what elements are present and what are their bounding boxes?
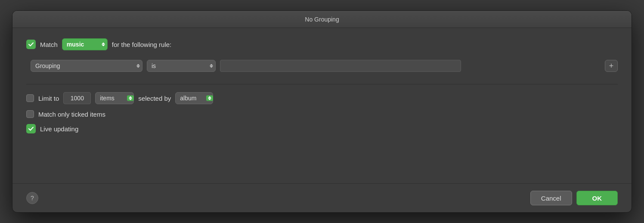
row-limit: Limit to items minutes MB GB selected by: [26, 92, 618, 104]
row-match: Match music movies podcasts for the foll…: [26, 38, 618, 50]
items-dropdown[interactable]: items minutes MB GB: [95, 92, 134, 104]
title-bar: No Grouping: [12, 11, 632, 28]
rule-field-wrapper: Grouping Album Artist Title Genre: [31, 60, 142, 72]
limit-checkbox[interactable]: [26, 94, 34, 102]
match-checkbox[interactable]: [26, 40, 36, 49]
live-updating-label: Live updating: [40, 125, 78, 133]
rule-op-wrapper: is is not contains does not contain: [147, 60, 216, 72]
dialog-title: No Grouping: [305, 16, 339, 23]
add-rule-button[interactable]: +: [605, 60, 618, 72]
row-live: Live updating: [26, 124, 618, 133]
match-ticked-label: Match only ticked items: [38, 111, 105, 118]
following-rule-label: for the following rule:: [112, 41, 171, 48]
row-rule: Grouping Album Artist Title Genre is is …: [26, 60, 618, 72]
ticked-checkbox[interactable]: [26, 110, 34, 118]
rule-operator-dropdown[interactable]: is is not contains does not contain: [147, 60, 216, 72]
cancel-button[interactable]: Cancel: [530, 191, 572, 205]
sort-dropdown[interactable]: album random artist title genre: [175, 92, 213, 104]
ok-button[interactable]: OK: [576, 191, 618, 205]
sort-select-wrapper: album random artist title genre: [175, 92, 213, 104]
rule-field-dropdown[interactable]: Grouping Album Artist Title Genre: [31, 60, 142, 72]
music-dropdown[interactable]: music movies podcasts: [62, 38, 108, 50]
rule-value-input[interactable]: [220, 60, 461, 72]
dialog: No Grouping Match music movies podcasts: [12, 10, 632, 213]
separator: [26, 84, 618, 84]
help-button[interactable]: ?: [26, 192, 38, 204]
dialog-body: Match music movies podcasts for the foll…: [12, 28, 632, 183]
live-updating-checkbox[interactable]: [26, 124, 36, 133]
limit-value-input[interactable]: [63, 92, 91, 104]
limit-to-label: Limit to: [38, 95, 59, 102]
row-ticked: Match only ticked items: [26, 110, 618, 118]
music-select-wrapper: music movies podcasts: [62, 38, 108, 50]
items-select-wrapper: items minutes MB GB: [95, 92, 134, 104]
dialog-footer: ? Cancel OK: [12, 183, 632, 212]
selected-by-label: selected by: [138, 95, 171, 102]
match-label: Match: [40, 41, 58, 48]
